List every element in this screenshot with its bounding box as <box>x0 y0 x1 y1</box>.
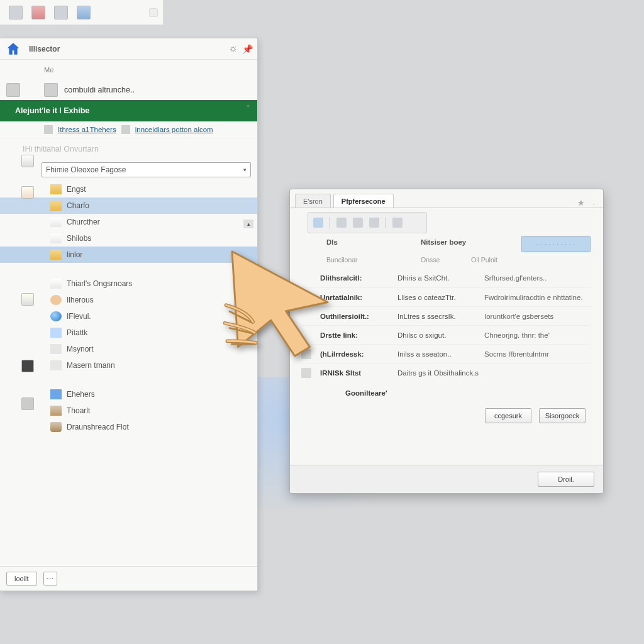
tab-2[interactable]: Pfpfersecone <box>333 194 394 208</box>
dialog-row-4[interactable]: (hLilrrdessk:Inilss a sseaton..Socms Ifb… <box>301 344 591 363</box>
tree-item-label: Thoarlt <box>67 406 90 415</box>
dialog-toolbar <box>308 212 427 233</box>
link-1[interactable]: Ithress a1Thehers <box>58 126 116 133</box>
gutter-icons <box>21 155 38 429</box>
tree-item-icon <box>50 328 62 338</box>
tree-item-icon <box>50 279 62 289</box>
home-icon[interactable] <box>6 42 20 56</box>
tree-item-0[interactable]: Engst <box>0 181 257 197</box>
row-type: Dhiris a SxitCht. <box>397 274 479 282</box>
tab-1[interactable]: E'sron <box>295 194 331 208</box>
tree-item-7[interactable]: IFlevul. <box>0 308 257 325</box>
tree-item-2[interactable]: Churcther <box>0 214 257 230</box>
panel-footer: looilt ⋯ <box>0 566 257 591</box>
scroll-up-icon[interactable]: ▴ <box>243 219 253 228</box>
tree-item-8[interactable]: Pitattk <box>0 325 257 341</box>
cursor-arrow-icon <box>220 245 340 371</box>
gutter-icon-3[interactable] <box>21 293 34 306</box>
tool-icon-1[interactable] <box>313 218 323 228</box>
row-desc: Chneorjng. thnr: the' <box>484 331 591 339</box>
tree-item-13[interactable]: Draunshreacd Flot <box>0 419 257 435</box>
tree-item-label: Msynort <box>67 345 94 353</box>
mid-button-1[interactable]: ccgesurk <box>485 408 531 423</box>
dialog-row-5[interactable]: IRNISk SltstDaitrs gs it Obsithalinck.s <box>301 363 591 382</box>
dialog-row-1[interactable]: Unrtatialnik:Llises o cateazTtr.Fwdroiri… <box>301 287 591 306</box>
tb-icon-3[interactable] <box>54 6 68 19</box>
tb-icon-1[interactable] <box>9 6 23 19</box>
tool-icon-5[interactable] <box>392 218 402 228</box>
tree-item-label: Thiarl's Ongsrnoars <box>67 279 132 288</box>
nav-item-top-label: combuldi altrunche.. <box>64 86 135 94</box>
row-desc: Socms Ifbrentulntmr <box>484 350 591 358</box>
gutter-icon-2[interactable] <box>21 186 34 199</box>
footer-button[interactable]: looilt <box>6 572 37 586</box>
mid-button-2[interactable]: Sisorgoeck <box>539 408 586 423</box>
tool-icon-2[interactable] <box>336 218 347 228</box>
close-icon[interactable]: · <box>592 200 594 208</box>
col-2: Nitsiser boey <box>421 238 521 252</box>
tree-item-label: linlor <box>67 250 82 259</box>
tree-item-1[interactable]: Charfo <box>0 197 257 214</box>
tree-item-icon <box>50 201 62 211</box>
link-2[interactable]: innceidiars potton alcom <box>135 126 213 133</box>
panel-title: Illisector <box>29 45 225 53</box>
tree-item-icon <box>50 422 62 432</box>
star-icon[interactable]: ★ <box>577 198 585 208</box>
dialog-row-0[interactable]: Dlithsralcitl:Dhiris a SxitCht.Srftursed… <box>301 269 591 287</box>
footer-icon-button[interactable]: ⋯ <box>43 572 57 586</box>
tree-item-9[interactable]: Msynort <box>0 341 257 357</box>
tree-item-icon <box>50 295 62 305</box>
nav-item-top[interactable]: combuldi altrunche.. <box>0 80 257 100</box>
top-toolbar <box>0 0 164 25</box>
tree-item-label: IFlevul. <box>67 312 91 321</box>
gutter-icon-1[interactable] <box>21 155 34 167</box>
footer-word: Goonilteare' <box>345 389 591 397</box>
dialog-row-3[interactable]: Drstte Iink:Dhilsc o sxigut.Chneorjng. t… <box>301 325 591 344</box>
tree-item-3[interactable]: Shilobs <box>0 230 257 247</box>
row-desc: Srftursed.gl'enters.. <box>484 274 591 282</box>
combo-value: Fhimie Oleoxoe Fagose <box>46 165 126 174</box>
close-button[interactable]: Droil. <box>538 472 594 487</box>
dialog-mid-buttons: ccgesurk Sisorgoeck <box>290 404 603 423</box>
settings-icon[interactable]: ⛭ <box>228 44 238 54</box>
link-icon-2 <box>121 125 130 134</box>
nav-item-selected[interactable]: Alejunt'le it l Exhibe <box>0 100 257 121</box>
tool-icon-3[interactable] <box>353 218 363 228</box>
tree-item-icon <box>50 360 62 370</box>
tree-item-6[interactable]: Ilherous <box>0 292 257 308</box>
collapse-chevron-icon[interactable]: ▾ <box>242 101 253 110</box>
tree-item-label: Ehehers <box>67 390 95 399</box>
row-desc: Ioruntkort'e gsbersets <box>484 313 591 320</box>
tb-icon-4[interactable] <box>77 6 91 19</box>
row-desc: Fwdroirimuliracdtin e nhttatine. <box>484 294 591 301</box>
tb-icon-2[interactable] <box>31 6 45 19</box>
gutter-icon-5[interactable] <box>21 397 34 410</box>
tool-icon-4[interactable] <box>369 218 379 228</box>
link-icon-1 <box>44 125 53 134</box>
tree-item-5[interactable]: Thiarl's Ongsrnoars <box>0 275 257 292</box>
tree-item-11[interactable]: Ehehers <box>0 386 257 402</box>
dialog-row-2[interactable]: Outhilersioilt.:InLtres s ssecrsIk.Iorun… <box>301 306 591 325</box>
section-label: Me <box>0 60 257 80</box>
tree-item-label: Shilobs <box>67 234 91 243</box>
tree-item-icon <box>50 406 62 416</box>
tree-item-label: Pitattk <box>67 328 87 337</box>
pin-icon[interactable]: 📌 <box>242 44 252 54</box>
gutter-icon-4[interactable] <box>21 360 34 372</box>
dialog-tabs: E'sron Pfpfersecone ★ · <box>290 189 603 208</box>
col-1: Dls <box>326 238 421 252</box>
tree-item-10[interactable]: Masern tmann <box>0 357 257 374</box>
section-label-text: Me <box>44 66 53 74</box>
tree-item-12[interactable]: Thoarlt <box>0 402 257 419</box>
preview-swatch[interactable]: · · · · · · · · · · <box>521 236 591 252</box>
tree-item-4[interactable]: linlor <box>0 247 257 263</box>
tree-item-label: Churcther <box>67 218 100 226</box>
subcol-2: Onsse <box>421 256 471 264</box>
combo-select[interactable]: Fhimie Oleoxoe Fagose ▾ <box>42 162 251 177</box>
tb-icon-menu[interactable] <box>149 8 158 17</box>
row-type: Llises o cateazTtr. <box>397 294 479 301</box>
panel-header: Illisector ⛭ 📌 <box>0 38 257 60</box>
nav-item-disabled-label: IHi thitiahal Onvurtarn <box>23 145 99 153</box>
cube-icon <box>6 83 20 97</box>
tree-item-icon <box>50 217 62 227</box>
